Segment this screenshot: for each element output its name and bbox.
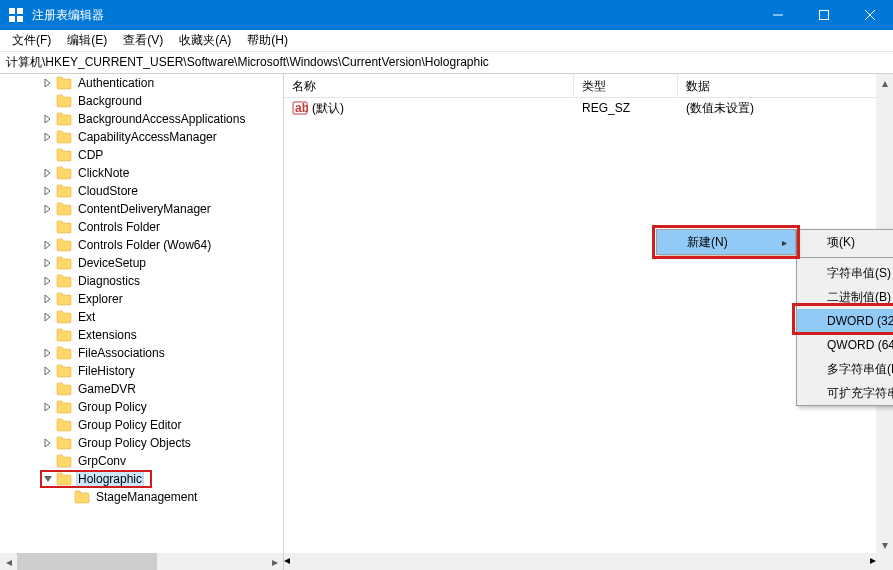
expand-icon[interactable] [40, 241, 56, 249]
minimize-button[interactable] [755, 0, 801, 30]
svg-rect-2 [9, 16, 15, 22]
collapse-icon[interactable] [40, 475, 56, 483]
tree-node-label: GrpConv [76, 454, 128, 468]
tree-node[interactable]: DeviceSetup [0, 254, 283, 272]
context-new-string[interactable]: 字符串值(S) [797, 261, 893, 285]
scroll-right-icon[interactable]: ▸ [266, 553, 283, 570]
tree-node[interactable]: CapabilityAccessManager [0, 128, 283, 146]
context-new-expand[interactable]: 可扩充字符串值(E) [797, 381, 893, 405]
folder-icon [56, 436, 72, 450]
expand-icon[interactable] [40, 187, 56, 195]
submenu-arrow-icon: ▸ [782, 237, 787, 248]
expand-icon[interactable] [40, 79, 56, 87]
tree-node-label: Controls Folder (Wow64) [76, 238, 213, 252]
expand-icon[interactable] [40, 439, 56, 447]
tree-node[interactable]: Extensions [0, 326, 283, 344]
value-row[interactable]: ab (默认) REG_SZ (数值未设置) [284, 98, 893, 118]
expand-icon[interactable] [40, 133, 56, 141]
tree-node[interactable]: Controls Folder [0, 218, 283, 236]
app-icon [8, 7, 24, 23]
menu-favorites[interactable]: 收藏夹(A) [171, 30, 239, 51]
folder-icon [56, 328, 72, 342]
context-new-key[interactable]: 项(K) [797, 230, 893, 254]
column-type[interactable]: 类型 [574, 74, 678, 97]
context-new-dword[interactable]: DWORD (32 位)值(D) [797, 309, 893, 333]
tree-node[interactable]: ContentDeliveryManager [0, 200, 283, 218]
expand-icon[interactable] [40, 349, 56, 357]
scroll-down-icon[interactable]: ▾ [876, 536, 893, 553]
context-submenu: 项(K) 字符串值(S) 二进制值(B) DWORD (32 位)值(D) QW… [796, 229, 893, 406]
tree-node-label: FileHistory [76, 364, 137, 378]
menu-file[interactable]: 文件(F) [4, 30, 59, 51]
scroll-up-icon[interactable]: ▴ [876, 74, 893, 91]
expand-icon[interactable] [40, 259, 56, 267]
tree-node[interactable]: Group Policy Editor [0, 416, 283, 434]
address-text: 计算机\HKEY_CURRENT_USER\Software\Microsoft… [6, 54, 489, 71]
close-button[interactable] [847, 0, 893, 30]
expand-icon[interactable] [40, 295, 56, 303]
tree-node[interactable]: Group Policy [0, 398, 283, 416]
tree-node[interactable]: Holographic [0, 470, 283, 488]
column-data[interactable]: 数据 [678, 74, 893, 97]
tree-node[interactable]: BackgroundAccessApplications [0, 110, 283, 128]
tree-node-label: Extensions [76, 328, 139, 342]
expand-icon[interactable] [40, 115, 56, 123]
tree-node-label: ClickNote [76, 166, 131, 180]
tree-node-label: Diagnostics [76, 274, 142, 288]
context-menu: 新建(N) ▸ [656, 229, 796, 255]
tree-node[interactable]: ClickNote [0, 164, 283, 182]
context-new[interactable]: 新建(N) ▸ [657, 230, 795, 254]
tree-node[interactable]: Authentication [0, 74, 283, 92]
expand-icon[interactable] [40, 403, 56, 411]
window-title: 注册表编辑器 [32, 7, 755, 24]
folder-icon [56, 256, 72, 270]
tree-node[interactable]: Ext [0, 308, 283, 326]
tree-horizontal-scrollbar[interactable]: ◂ ▸ [0, 553, 283, 570]
values-horizontal-scrollbar[interactable]: ◂ ▸ [284, 553, 876, 570]
tree-node[interactable]: GameDVR [0, 380, 283, 398]
expand-icon[interactable] [40, 205, 56, 213]
context-new-multi[interactable]: 多字符串值(M) [797, 357, 893, 381]
folder-icon [56, 238, 72, 252]
reg-string-icon: ab [292, 100, 308, 116]
tree-node-label: Group Policy Objects [76, 436, 193, 450]
scrollbar-thumb[interactable] [17, 553, 157, 570]
folder-icon [56, 472, 72, 486]
tree-node[interactable]: GrpConv [0, 452, 283, 470]
value-data: (数值未设置) [678, 100, 893, 117]
context-new-binary[interactable]: 二进制值(B) [797, 285, 893, 309]
expand-icon[interactable] [40, 277, 56, 285]
tree-node[interactable]: FileHistory [0, 362, 283, 380]
tree-node[interactable]: Controls Folder (Wow64) [0, 236, 283, 254]
tree-node[interactable]: CloudStore [0, 182, 283, 200]
folder-icon [56, 166, 72, 180]
column-name[interactable]: 名称 [284, 74, 574, 97]
tree-node[interactable]: FileAssociations [0, 344, 283, 362]
context-new-qword[interactable]: QWORD (64 位)值(Q) [797, 333, 893, 357]
maximize-button[interactable] [801, 0, 847, 30]
menu-edit[interactable]: 编辑(E) [59, 30, 115, 51]
address-bar[interactable]: 计算机\HKEY_CURRENT_USER\Software\Microsoft… [0, 52, 893, 74]
tree-node[interactable]: StageManagement [0, 488, 283, 506]
expand-icon[interactable] [40, 169, 56, 177]
folder-icon [56, 310, 72, 324]
tree-node[interactable]: Group Policy Objects [0, 434, 283, 452]
folder-icon [74, 490, 90, 504]
expand-icon[interactable] [40, 367, 56, 375]
folder-icon [56, 220, 72, 234]
value-name: (默认) [312, 100, 574, 117]
menu-view[interactable]: 查看(V) [115, 30, 171, 51]
menu-separator [799, 257, 893, 258]
tree-node[interactable]: Explorer [0, 290, 283, 308]
expand-icon[interactable] [40, 313, 56, 321]
folder-icon [56, 418, 72, 432]
scroll-left-icon[interactable]: ◂ [0, 553, 17, 570]
tree-node[interactable]: Diagnostics [0, 272, 283, 290]
folder-icon [56, 292, 72, 306]
menu-help[interactable]: 帮助(H) [239, 30, 296, 51]
tree-node-label: Controls Folder [76, 220, 162, 234]
tree-node[interactable]: Background [0, 92, 283, 110]
tree-node-label: GameDVR [76, 382, 138, 396]
value-type: REG_SZ [574, 101, 678, 115]
tree-node[interactable]: CDP [0, 146, 283, 164]
